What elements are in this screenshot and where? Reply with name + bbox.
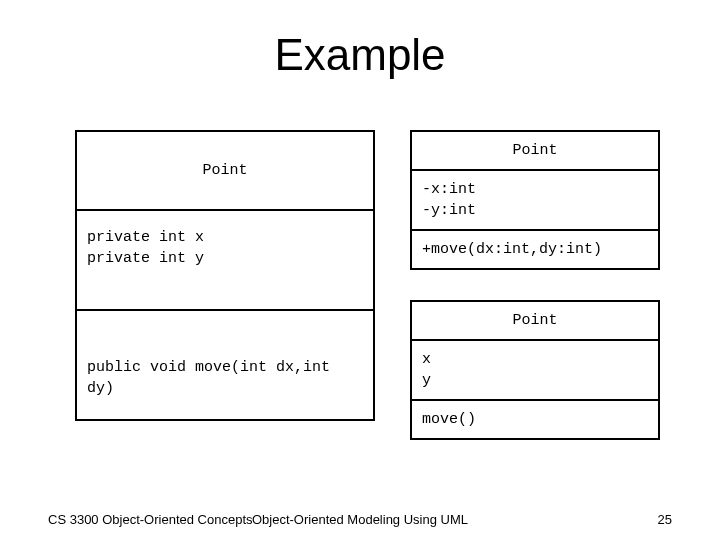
attribute-line: y [422,370,648,391]
attributes-compartment: -x:int -y:int [412,171,658,231]
attribute-line: private int x [87,227,363,248]
footer-page-number: 25 [658,512,672,527]
class-name: Point [512,312,557,329]
method-line: public void move(int dx,int dy) [87,357,363,399]
method-line: move() [422,409,648,430]
footer-center: Object-Oriented Modeling Using UML [0,512,720,527]
attribute-line: -y:int [422,200,648,221]
slide-title: Example [0,30,720,80]
uml-class-left: Point private int x private int y public… [75,130,375,421]
class-name: Point [202,162,247,179]
attribute-line: private int y [87,248,363,269]
class-name-compartment: Point [77,132,373,211]
attributes-compartment: x y [412,341,658,401]
methods-compartment: move() [412,401,658,438]
methods-compartment: public void move(int dx,int dy) [77,311,373,419]
method-line: +move(dx:int,dy:int) [422,239,648,260]
attribute-line: x [422,349,648,370]
methods-compartment: +move(dx:int,dy:int) [412,231,658,268]
class-name-compartment: Point [412,302,658,341]
attributes-compartment: private int x private int y [77,211,373,311]
uml-class-right-bottom: Point x y move() [410,300,660,440]
uml-class-right-top: Point -x:int -y:int +move(dx:int,dy:int) [410,130,660,270]
class-name: Point [512,142,557,159]
class-name-compartment: Point [412,132,658,171]
attribute-line: -x:int [422,179,648,200]
